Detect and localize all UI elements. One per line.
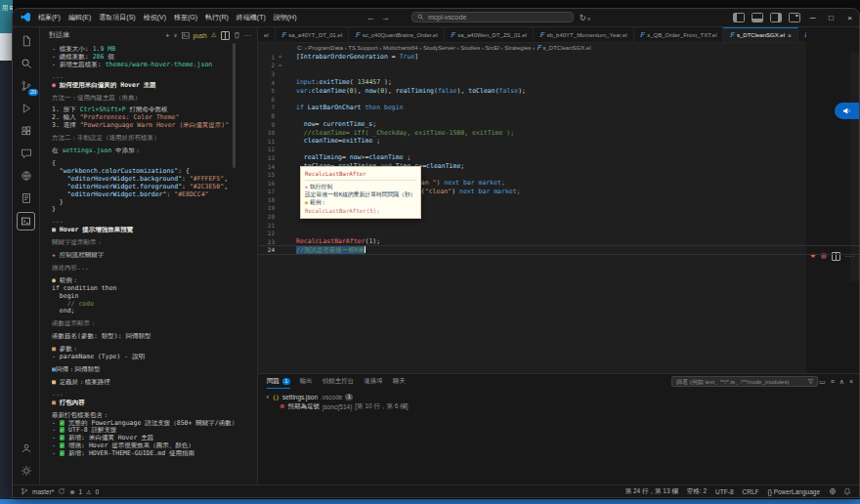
push-label[interactable]: push <box>194 32 207 39</box>
panel-tab[interactable]: 偵錯主控台 <box>322 374 355 389</box>
minimize-button[interactable]: ─ <box>803 9 822 26</box>
menu-item[interactable]: 檢視(V) <box>144 13 166 22</box>
powerlanguage-file-icon: F <box>537 44 541 52</box>
errors-icon[interactable]: ⊗ <box>69 488 74 495</box>
chat-line: "workbench.colorCustomizations": { <box>52 168 253 176</box>
panel-tab[interactable]: 連接埠 <box>364 374 383 389</box>
remote-explorer-icon[interactable] <box>18 167 34 184</box>
status-item[interactable]: 空格: 2 <box>687 487 707 496</box>
line-number: 21 <box>258 222 275 229</box>
panel-tab[interactable]: 輸出 <box>300 374 313 389</box>
bell-icon[interactable] <box>843 487 851 495</box>
status-item[interactable]: CRLF <box>743 488 759 495</box>
back-icon[interactable]: ← <box>366 13 375 22</box>
menu-item[interactable]: 檔案(F) <box>38 13 61 22</box>
editor-tab[interactable]: F s_DTCleanSGX.el × <box>723 27 797 42</box>
command-center-search[interactable]: mcpl-vscode <box>411 12 574 22</box>
vscode-window: 檔案(F)編輯(E)選取項目(S)檢視(V)移至(G)執行(R)終端機(T)說明… <box>12 8 860 498</box>
maximize-panel-icon[interactable]: ∧ <box>839 378 844 386</box>
globe-icon[interactable] <box>829 487 837 495</box>
menu-item[interactable]: 執行(R) <box>205 13 229 22</box>
run-debug-icon[interactable] <box>18 100 34 116</box>
chat-line: ■ 參數： <box>52 346 253 354</box>
collapse-all-icon[interactable]: ≡ <box>831 378 835 385</box>
error-icon: ⊗ <box>280 402 284 410</box>
terminal-icon[interactable] <box>17 212 35 231</box>
add-icon[interactable]: + <box>165 31 169 40</box>
chat-content: - 檔案大小: 1.9 MB- 總檔案數: 286 個- 新增主題檔案: the… <box>40 43 257 458</box>
maximize-button[interactable]: □ <box>822 9 840 26</box>
close-tab-icon[interactable]: × <box>788 32 792 39</box>
chevron-down-icon[interactable]: ∨ <box>174 32 178 38</box>
code-line: 22 <box>258 229 859 237</box>
editor-tab[interactable]: F sc_c40QuantBrains_Order.el <box>349 27 445 42</box>
line-number: 17 <box>258 188 275 194</box>
menu-item[interactable]: 編輯(E) <box>68 13 91 22</box>
menu-item[interactable]: 移至(G) <box>174 13 197 22</box>
chat-line: - ✓ 新增: HOVER-THEME-GUIDE.md 使用指南 <box>52 450 253 458</box>
sync-icon[interactable] <box>58 487 65 495</box>
notebook-icon[interactable] <box>18 189 34 206</box>
chat-line: 關鍵字提示顯示： <box>52 239 253 247</box>
chat-line: "editorHoverWidget.foreground": "#2C3E50… <box>52 184 253 191</box>
customize-layout-icon[interactable] <box>789 13 800 22</box>
view-as-table-icon[interactable]: ▭ <box>819 378 826 386</box>
toggle-secondary-sidebar-icon[interactable] <box>770 13 782 22</box>
editor-group: el F sa_a40YT_DT_01.el F sc_c40QuantBrai… <box>258 27 859 484</box>
menu-item[interactable]: 選取項目(S) <box>99 13 135 22</box>
editor-tab[interactable]: F sa_a40Wen_DT_ZS_01.el <box>445 27 534 42</box>
warnings-count[interactable]: 0 <box>95 488 99 495</box>
git-branch-label[interactable]: master* <box>32 488 54 495</box>
toggle-sidebar-icon[interactable] <box>733 13 745 22</box>
status-item[interactable]: {} PowerLanguage <box>768 488 821 495</box>
image-icon[interactable] <box>182 32 190 39</box>
editor-tab[interactable]: F s_QB_Order_From_TXT.el <box>634 27 724 42</box>
problems-file-group[interactable]: ∨ {} settings.json .vscode 1 <box>266 392 859 401</box>
warning-icon: ⚠ <box>211 31 217 39</box>
chat-line: } <box>52 199 253 207</box>
extensions-icon[interactable] <box>18 122 34 139</box>
code-editor[interactable]: ⚠ ⚠ 1 [IntrabarOrderGeneration = True] 2… <box>258 52 859 373</box>
filter-funnel-icon[interactable] <box>807 378 814 385</box>
warnings-icon[interactable]: ⚠ <box>86 488 91 495</box>
chat-line: // code <box>52 301 253 309</box>
editor-tab[interactable]: el <box>258 27 276 42</box>
close-panel-icon[interactable]: × <box>849 378 853 385</box>
line-number: 23 <box>258 238 275 245</box>
panel-tab[interactable]: 問題 1 <box>267 374 290 389</box>
account-icon[interactable] <box>18 440 34 456</box>
editor-scrollbar[interactable] <box>850 52 859 281</box>
problem-row[interactable]: ⊗ 預期為逗號 jsonc(514) [第 10 行，第 6 欄] <box>266 401 859 411</box>
editor-tab[interactable]: F sa_a40YT_DT_01.el <box>276 27 350 42</box>
breadcrumb[interactable]: C: › ProgramData › TS Support › Multicha… <box>258 43 859 52</box>
split-editor-icon[interactable] <box>221 31 230 40</box>
settings-gear-icon[interactable] <box>18 462 34 479</box>
chat-line: if condition then <box>52 285 253 293</box>
more-actions-icon[interactable]: ··· <box>244 31 252 40</box>
line-number: 3 <box>258 70 275 77</box>
notification-pill[interactable] <box>835 103 859 119</box>
close-button[interactable]: × <box>840 9 859 26</box>
menu-item[interactable]: 說明(H) <box>274 13 297 22</box>
source-control-icon[interactable]: 20 <box>18 77 34 94</box>
line-number: 6 <box>258 96 275 103</box>
code-line: 21 <box>258 221 859 230</box>
trash-icon[interactable] <box>234 31 240 39</box>
editor-tab[interactable]: F sb_b40YT_Momentum_Year.el <box>534 27 634 42</box>
menu-item[interactable]: 終端機(T) <box>236 13 266 22</box>
errors-count[interactable]: 1 <box>78 488 82 495</box>
reload-dropdown-button[interactable]: ↻ ∨ <box>580 9 590 26</box>
toggle-panel-icon[interactable] <box>752 13 763 22</box>
panel-tab[interactable]: 聊天 <box>393 374 406 389</box>
problems-filter-input[interactable] <box>671 376 818 387</box>
status-item[interactable]: 第 24 行，第 13 欄 <box>625 487 678 496</box>
chat-icon[interactable] <box>18 145 34 161</box>
line-number: 16 <box>258 180 275 187</box>
problems-file-path: .vscode <box>321 394 342 400</box>
sidebar-scrollbar[interactable] <box>233 43 236 168</box>
search-sidebar-icon[interactable] <box>18 55 34 71</box>
json-file-icon: {} <box>273 394 280 400</box>
status-item[interactable]: UTF-8 <box>715 488 733 495</box>
forward-icon[interactable]: → <box>381 13 390 22</box>
explorer-icon[interactable] <box>18 32 34 49</box>
